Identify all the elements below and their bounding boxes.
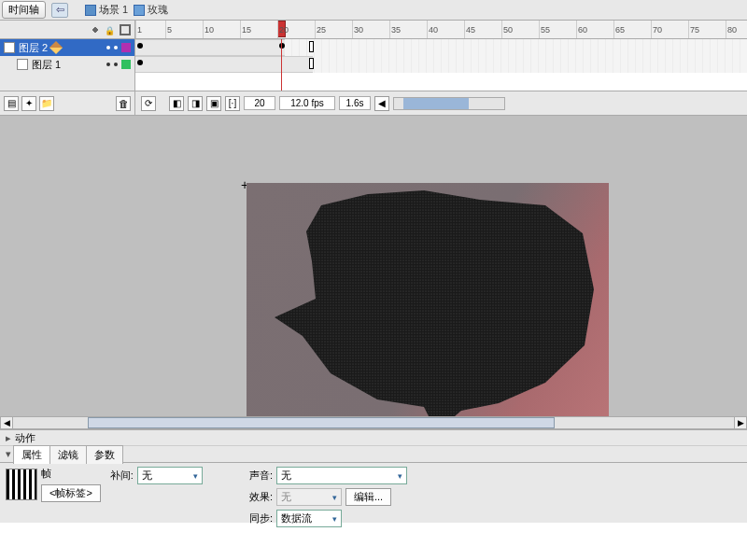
- fps-display: 12.0 fps: [279, 96, 335, 110]
- panel-title: 动作: [15, 431, 35, 445]
- new-layer-button[interactable]: ▤: [4, 96, 19, 111]
- layer-icon: [17, 59, 28, 70]
- disclosure-icon[interactable]: ▾: [4, 448, 13, 460]
- frame-info: 帧 <帧标签>: [6, 467, 101, 502]
- properties-panel: 帧 <帧标签> 补间: 无▾ 声音: 无▾ 效果: 无▾ 编辑... 同步: [0, 463, 747, 523]
- scene-label: 场景 1: [99, 3, 128, 17]
- symbol-label: 玫瑰: [148, 3, 168, 17]
- ruler-tick: 45: [464, 21, 475, 38]
- frame-tag-button[interactable]: <帧标签>: [41, 484, 101, 502]
- ruler-tick: 30: [352, 21, 363, 38]
- ruler-tick: 10: [203, 21, 214, 38]
- lock-dot[interactable]: [114, 63, 118, 66]
- actions-panel-header[interactable]: ▸ 动作: [0, 429, 747, 446]
- onion-outline-button[interactable]: ◨: [188, 96, 203, 111]
- breadcrumb-item[interactable]: 玫瑰: [134, 3, 168, 17]
- ruler-tick: 5: [165, 21, 172, 38]
- frame-label: 帧: [41, 467, 101, 481]
- ruler-tick: 40: [427, 21, 438, 38]
- layer-row[interactable]: 图层 1: [0, 56, 134, 73]
- layer-color-chip[interactable]: [121, 60, 131, 69]
- layer-name: 图层 2: [19, 41, 48, 55]
- pencil-icon: [49, 41, 63, 54]
- keyframe-icon[interactable]: [137, 60, 143, 65]
- scene-icon: [85, 5, 96, 16]
- ruler-tick: 75: [688, 21, 699, 38]
- timeline-tab[interactable]: 时间轴: [2, 1, 46, 19]
- chevron-down-icon: ▾: [332, 493, 337, 502]
- scrollbar-thumb[interactable]: [88, 417, 555, 428]
- lock-dot[interactable]: [114, 46, 118, 49]
- timeline-header: 15101520253035404550556065707580859095: [0, 21, 747, 39]
- stage[interactable]: + ◀ ▶: [0, 116, 747, 429]
- edit-effect-button[interactable]: 编辑...: [345, 488, 391, 506]
- stage-scrollbar[interactable]: ◀ ▶: [0, 416, 747, 429]
- lock-icon[interactable]: [105, 24, 116, 35]
- visibility-dot[interactable]: [106, 63, 110, 66]
- tab-properties[interactable]: 属性: [13, 445, 50, 464]
- layer-header-icons: [0, 21, 135, 38]
- layer-controls: ▤ ✦ 📁: [0, 91, 135, 115]
- layers-column: 图层 2 图层 1: [0, 39, 135, 91]
- playhead-line: [281, 39, 282, 91]
- timeline-footer: ▤ ✦ 📁 ⟳ ◧ ◨ ▣ [·] 20 12.0 fps 1.6s ◀: [0, 91, 747, 116]
- keyframe-icon[interactable]: [137, 43, 143, 49]
- frame-ruler[interactable]: 15101520253035404550556065707580859095: [135, 21, 747, 38]
- timeline-scrollbar[interactable]: [393, 97, 505, 110]
- keyframe-icon[interactable]: [279, 43, 285, 49]
- ruler-tick: 1: [135, 21, 142, 38]
- tween-select[interactable]: 无▾: [137, 467, 203, 484]
- tab-filters[interactable]: 滤镜: [49, 445, 87, 464]
- scroll-left-button[interactable]: ◀: [374, 96, 389, 111]
- end-frame-icon[interactable]: [309, 41, 314, 52]
- chevron-down-icon: ▾: [193, 471, 198, 481]
- canvas[interactable]: [247, 183, 609, 422]
- ruler-tick: 15: [240, 21, 251, 38]
- tween-group: 补间: 无▾: [110, 467, 203, 484]
- tab-params[interactable]: 参数: [86, 445, 123, 464]
- layer-color-chip[interactable]: [121, 43, 131, 52]
- ruler-tick: 60: [576, 21, 587, 38]
- ruler-tick: 65: [613, 21, 625, 38]
- selected-shape[interactable]: [265, 187, 601, 422]
- ruler-tick: 50: [501, 21, 513, 38]
- scroll-left-icon[interactable]: ◀: [0, 416, 13, 429]
- layer-name: 图层 1: [32, 58, 61, 72]
- effect-label: 效果:: [249, 490, 273, 504]
- ruler-tick: 35: [389, 21, 401, 38]
- symbol-icon: [134, 5, 145, 16]
- sound-group: 声音: 无▾ 效果: 无▾ 编辑... 同步: 数据流▾: [249, 467, 407, 527]
- new-folder-button[interactable]: 📁: [39, 96, 54, 111]
- breadcrumb[interactable]: 场景 1: [85, 3, 128, 17]
- new-motion-button[interactable]: ✦: [21, 96, 36, 111]
- chevron-down-icon: ▾: [398, 471, 402, 481]
- visibility-icon[interactable]: [90, 24, 101, 35]
- outline-icon[interactable]: [120, 24, 131, 35]
- delete-layer-button[interactable]: [116, 96, 131, 111]
- center-frame-button[interactable]: ⟳: [141, 96, 156, 111]
- onion-markers-button[interactable]: [·]: [225, 96, 240, 111]
- current-frame: 20: [244, 96, 275, 110]
- chevron-down-icon: ▾: [332, 514, 337, 524]
- top-bar: 时间轴 ⇦ 场景 1 玫瑰: [0, 0, 747, 21]
- layer-icon: [4, 42, 15, 53]
- disclosure-icon[interactable]: ▸: [4, 432, 13, 444]
- layer-row[interactable]: 图层 2: [0, 39, 134, 56]
- frame-swatch-icon: [6, 469, 37, 500]
- effect-select[interactable]: 无▾: [276, 488, 342, 506]
- visibility-dot[interactable]: [106, 46, 110, 49]
- sound-select[interactable]: 无▾: [276, 467, 407, 484]
- edit-multiple-button[interactable]: ▣: [206, 96, 221, 111]
- scroll-right-icon[interactable]: ▶: [734, 416, 747, 429]
- onion-skin-button[interactable]: ◧: [169, 96, 184, 111]
- sound-label: 声音:: [249, 469, 273, 483]
- layers-area: 图层 2 图层 1: [0, 39, 747, 91]
- frames-column[interactable]: [135, 39, 747, 91]
- properties-panel-header: ▾ 属性 滤镜 参数: [0, 446, 747, 463]
- sync-select[interactable]: 数据流▾: [276, 510, 342, 527]
- ruler-tick: 20: [277, 21, 289, 38]
- ruler-tick: 80: [726, 21, 737, 38]
- end-frame-icon[interactable]: [309, 58, 314, 69]
- back-arrow-icon[interactable]: ⇦: [51, 3, 68, 18]
- ruler-tick: 70: [651, 21, 662, 38]
